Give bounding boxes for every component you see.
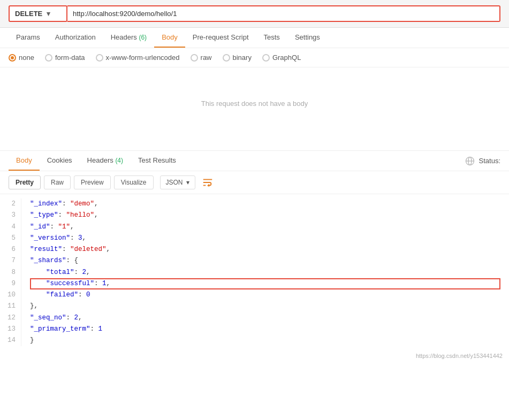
- code-line-14: }: [30, 335, 500, 346]
- format-type-chevron: ▾: [186, 179, 189, 186]
- url-input[interactable]: [67, 5, 500, 22]
- body-form-data-radio[interactable]: [45, 54, 52, 62]
- res-tab-cookies[interactable]: Cookies: [40, 151, 80, 171]
- watermark: https://blog.csdn.net/y153441442: [0, 350, 509, 361]
- code-line-11: },: [30, 301, 500, 312]
- body-graphql-label: GraphQL: [272, 54, 301, 62]
- code-line-5: "_version": 3,: [30, 233, 500, 244]
- body-none-radio[interactable]: [9, 54, 16, 62]
- status-label: Status:: [479, 157, 500, 165]
- code-line-9: "successful": 1,: [30, 278, 500, 289]
- body-binary-option[interactable]: binary: [223, 54, 252, 62]
- code-line-13: "_primary_term": 1: [30, 324, 500, 335]
- wrap-lines-button[interactable]: [202, 177, 214, 188]
- response-status-area: Status:: [465, 156, 500, 166]
- res-tab-test-results[interactable]: Test Results: [131, 151, 184, 171]
- tab-params[interactable]: Params: [9, 28, 48, 48]
- body-urlencoded-label: x-www-form-urlencoded: [106, 54, 180, 62]
- res-tab-headers[interactable]: Headers (4): [80, 151, 131, 171]
- body-none-option[interactable]: none: [9, 54, 34, 62]
- format-type-label: JSON: [166, 179, 183, 186]
- code-line-8: "total": 2,: [30, 267, 500, 278]
- tab-pre-request-script[interactable]: Pre-request Script: [185, 28, 256, 48]
- code-area: 2 3 4 5 6 7 8 9 10 11 12 13 14 "_index":…: [0, 194, 509, 350]
- tab-headers[interactable]: Headers (6): [103, 28, 154, 48]
- code-line-6: "result": "deleted",: [30, 244, 500, 255]
- body-raw-option[interactable]: raw: [191, 54, 212, 62]
- body-form-data-label: form-data: [55, 54, 85, 62]
- body-raw-radio[interactable]: [191, 54, 198, 62]
- globe-icon: [465, 156, 475, 166]
- body-urlencoded-radio[interactable]: [96, 54, 103, 62]
- body-binary-radio[interactable]: [223, 54, 230, 62]
- code-line-10: "failed": 0: [30, 289, 500, 301]
- format-bar: Pretty Raw Preview Visualize JSON ▾: [0, 171, 509, 194]
- code-content: "_index": "demo", "_type": "hello", "_id…: [21, 198, 509, 346]
- code-line-3: "_type": "hello",: [30, 210, 500, 221]
- body-graphql-radio[interactable]: [262, 54, 270, 62]
- body-form-data-option[interactable]: form-data: [45, 54, 85, 62]
- code-line-7: "_shards": {: [30, 255, 500, 266]
- body-urlencoded-option[interactable]: x-www-form-urlencoded: [96, 54, 180, 62]
- tab-body[interactable]: Body: [154, 28, 185, 48]
- no-body-message: This request does not have a body: [0, 67, 509, 150]
- format-raw-button[interactable]: Raw: [44, 175, 71, 189]
- tab-authorization[interactable]: Authorization: [48, 28, 103, 48]
- response-tabs: Body Cookies Headers (4) Test Results St…: [0, 151, 509, 171]
- code-line-12: "_seq_no": 2,: [30, 312, 500, 324]
- body-none-label: none: [19, 54, 34, 62]
- tab-settings[interactable]: Settings: [287, 28, 328, 48]
- format-pretty-button[interactable]: Pretty: [9, 175, 41, 189]
- body-binary-label: binary: [233, 54, 252, 62]
- format-preview-button[interactable]: Preview: [74, 175, 111, 189]
- format-type-select[interactable]: JSON ▾: [160, 175, 195, 189]
- code-line-4: "_id": "1",: [30, 222, 500, 233]
- code-line-2: "_index": "demo",: [30, 198, 500, 210]
- request-tabs: Params Authorization Headers (6) Body Pr…: [0, 28, 509, 48]
- tab-tests[interactable]: Tests: [256, 28, 287, 48]
- method-label: DELETE: [15, 10, 42, 18]
- wrap-icon: [202, 177, 214, 188]
- body-options: none form-data x-www-form-urlencoded raw…: [0, 48, 509, 67]
- res-tab-body[interactable]: Body: [9, 151, 40, 171]
- line-numbers: 2 3 4 5 6 7 8 9 10 11 12 13 14: [0, 198, 21, 346]
- request-bar: DELETE ▾: [0, 0, 509, 28]
- method-select[interactable]: DELETE ▾: [9, 5, 67, 22]
- format-visualize-button[interactable]: Visualize: [114, 175, 154, 189]
- body-raw-label: raw: [201, 54, 212, 62]
- body-graphql-option[interactable]: GraphQL: [262, 54, 301, 62]
- method-chevron: ▾: [47, 10, 50, 18]
- response-section: Body Cookies Headers (4) Test Results St…: [0, 151, 509, 361]
